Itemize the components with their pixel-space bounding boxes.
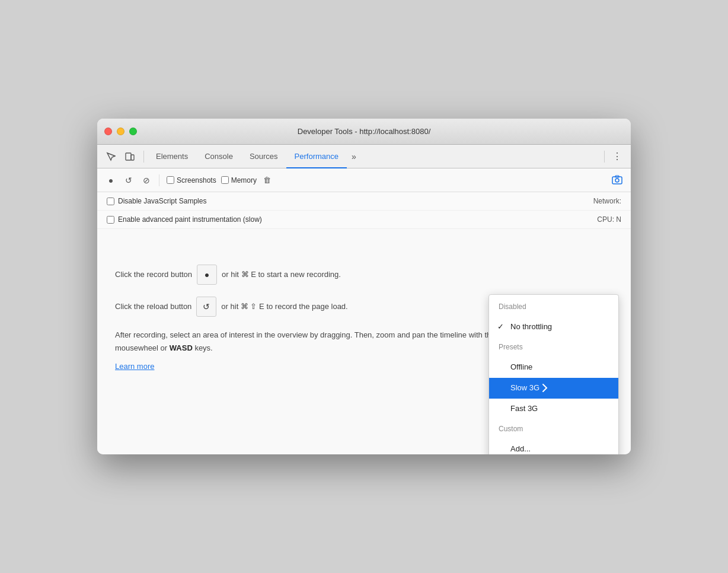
screenshots-checkbox[interactable] (167, 176, 174, 184)
check-icon: ✓ (497, 321, 504, 333)
dropdown-add[interactable]: Add... (489, 439, 618, 454)
reload-inline-icon: ↺ (196, 297, 216, 317)
record-instruction-line: Click the record button ● or hit ⌘ E to … (115, 265, 613, 285)
memory-label[interactable]: Memory (221, 176, 257, 184)
main-content: Click the record button ● or hit ⌘ E to … (97, 229, 631, 454)
screenshots-checkbox-group: Screenshots (167, 176, 216, 184)
network-throttle-dropdown: Disabled ✓ No throttling Presets Offline… (488, 294, 619, 454)
disable-js-row: Disable JavaScript Samples Network: (97, 192, 631, 211)
reload-record-button[interactable]: ↺ (121, 173, 136, 188)
record-button[interactable]: ● (103, 173, 119, 188)
memory-checkbox[interactable] (221, 176, 229, 184)
dropdown-slow-3g[interactable]: Slow 3G (489, 378, 618, 399)
devtools-menu-button[interactable]: ⋮ (608, 148, 626, 165)
window-title: Developer Tools - http://localhost:8080/ (298, 127, 431, 136)
paint-label[interactable]: Enable advanced paint instrumentation (s… (107, 215, 262, 224)
tab-console[interactable]: Console (196, 145, 241, 168)
delete-button[interactable]: 🗑 (259, 173, 274, 188)
traffic-lights (104, 128, 137, 135)
cpu-setting: CPU: N (597, 215, 621, 224)
dropdown-custom-header: Custom (489, 419, 618, 439)
screenshots-label[interactable]: Screenshots (167, 176, 216, 184)
more-tabs-button[interactable]: » (347, 145, 361, 168)
svg-rect-2 (612, 177, 622, 184)
disable-js-checkbox[interactable] (107, 198, 114, 205)
dropdown-offline[interactable]: Offline (489, 357, 618, 378)
learn-more-link[interactable]: Learn more (115, 362, 154, 371)
disable-js-label[interactable]: Disable JavaScript Samples (107, 197, 206, 205)
record-inline-icon: ● (197, 265, 217, 285)
tab-sources[interactable]: Sources (241, 145, 286, 168)
tab-separator-1 (143, 151, 144, 163)
close-button[interactable] (104, 128, 112, 135)
paint-row: Enable advanced paint instrumentation (s… (97, 211, 631, 229)
tabs-bar: Elements Console Sources Performance » ⋮ (97, 145, 631, 168)
dropdown-no-throttling[interactable]: ✓ No throttling (489, 317, 618, 338)
toolbar-right (609, 173, 625, 188)
devtools-window: Developer Tools - http://localhost:8080/… (97, 119, 631, 454)
maximize-button[interactable] (129, 128, 137, 135)
performance-toolbar: ● ↺ ⊘ Screenshots Memory 🗑 (97, 168, 631, 192)
hint-text-block: After recording, select an area of inter… (115, 329, 530, 355)
tab-elements[interactable]: Elements (148, 145, 196, 168)
minimize-button[interactable] (117, 128, 124, 135)
device-mode-icon[interactable] (121, 148, 139, 165)
dropdown-fast-3g[interactable]: Fast 3G (489, 399, 618, 419)
dropdown-presets-header: Presets (489, 338, 618, 357)
svg-rect-1 (131, 155, 134, 160)
memory-checkbox-group: Memory (221, 176, 257, 184)
svg-point-3 (615, 179, 619, 182)
svg-rect-0 (126, 153, 131, 160)
toolbar-sep-1 (159, 174, 159, 186)
tab-separator-2 (604, 151, 605, 163)
inspect-icon[interactable] (102, 148, 120, 165)
titlebar: Developer Tools - http://localhost:8080/ (97, 119, 631, 145)
network-setting: Network: (593, 197, 621, 205)
clear-button[interactable]: ⊘ (139, 173, 154, 188)
paint-checkbox[interactable] (107, 216, 114, 224)
dropdown-disabled-header: Disabled (489, 297, 618, 317)
tab-performance[interactable]: Performance (286, 145, 347, 168)
screenshot-capture-icon[interactable] (609, 173, 625, 188)
